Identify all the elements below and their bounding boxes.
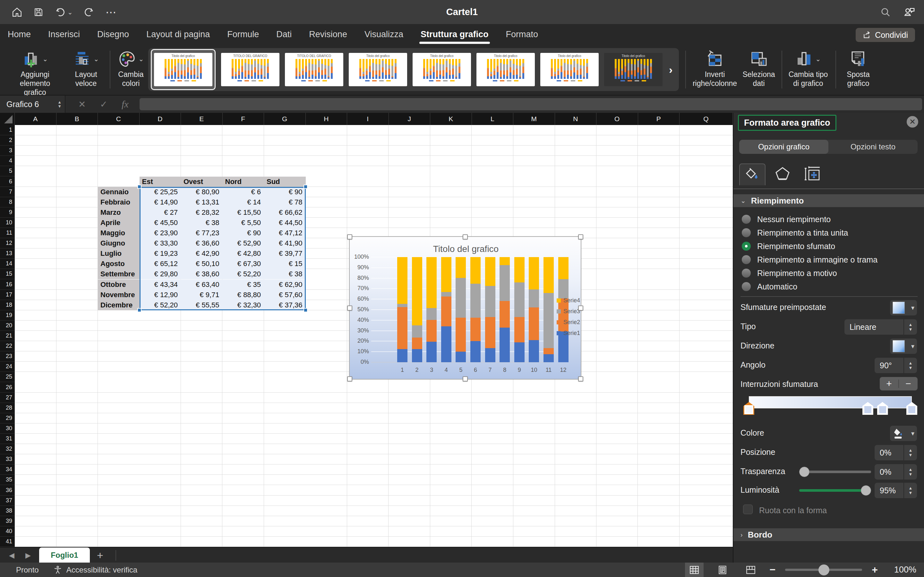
row-header-14[interactable]: 14 xyxy=(0,259,15,269)
chart-bar[interactable] xyxy=(514,257,525,362)
row-header-25[interactable]: 25 xyxy=(0,372,15,382)
color-dropdown[interactable]: ▾ xyxy=(890,426,917,441)
fill-line-tab[interactable] xyxy=(739,163,766,185)
chart-bar[interactable] xyxy=(412,257,422,362)
row-header-36[interactable]: 36 xyxy=(0,485,15,496)
fill-option-3[interactable]: Riempimento sfumato xyxy=(742,240,835,253)
chart-style-thumbnail-6[interactable]: Titolo del grafico xyxy=(477,53,535,86)
select-data-button[interactable]: Selezionadati xyxy=(741,50,776,88)
value-cell[interactable]: € 6 xyxy=(223,187,264,197)
value-cell[interactable]: € 5,50 xyxy=(223,218,264,228)
zoom-slider[interactable] xyxy=(785,569,862,571)
border-section-header[interactable]: › Bordo xyxy=(733,528,924,541)
selection-handle[interactable] xyxy=(304,308,308,312)
column-header-M[interactable]: M xyxy=(513,113,555,125)
row-header-5[interactable]: 5 xyxy=(0,166,15,176)
prev-sheet-icon[interactable]: ◀ xyxy=(9,551,15,560)
value-cell[interactable]: € 78 xyxy=(264,197,306,207)
chart[interactable]: Titolo del grafico 0%10%20%30%40%50%60%7… xyxy=(349,236,582,380)
brightness-slider-thumb[interactable] xyxy=(861,485,871,496)
radio-button[interactable] xyxy=(742,242,751,251)
month-cell-settembre[interactable]: Settembre xyxy=(98,269,140,279)
month-cell-novembre[interactable]: Novembre xyxy=(98,290,140,300)
value-cell[interactable]: € 41,90 xyxy=(264,238,306,248)
chart-bar[interactable] xyxy=(456,257,466,362)
value-cell[interactable]: € 43,34 xyxy=(140,279,181,290)
chart-bar[interactable] xyxy=(499,257,510,362)
month-cell-febbraio[interactable]: Febbraio xyxy=(98,197,140,207)
value-cell[interactable]: € 28,32 xyxy=(181,207,223,218)
value-cell[interactable]: € 15 xyxy=(264,259,306,269)
row-header-11[interactable]: 11 xyxy=(0,228,15,238)
column-header-E[interactable]: E xyxy=(181,113,223,125)
chart-resize-handle[interactable] xyxy=(578,306,583,311)
chart-style-thumbnail-1[interactable]: Titolo del grafico xyxy=(154,53,212,86)
value-cell[interactable]: € 90 xyxy=(264,187,306,197)
value-cell[interactable]: € 14,90 xyxy=(140,197,181,207)
tab-text-options[interactable]: Opzioni testo xyxy=(829,140,918,154)
search-icon[interactable] xyxy=(880,6,891,18)
menu-tab-formato[interactable]: Formato xyxy=(505,28,539,41)
value-cell[interactable]: € 80,90 xyxy=(181,187,223,197)
month-cell-gennaio[interactable]: Gennaio xyxy=(98,187,140,197)
column-header-D[interactable]: D xyxy=(140,113,181,125)
row-header-9[interactable]: 9 xyxy=(0,207,15,218)
selection-handle[interactable] xyxy=(137,185,142,189)
row-header-38[interactable]: 38 xyxy=(0,506,15,516)
menu-tab-home[interactable]: Home xyxy=(7,28,31,41)
value-cell[interactable]: € 55,55 xyxy=(181,300,223,310)
close-icon[interactable]: ✕ xyxy=(907,116,918,127)
row-header-28[interactable]: 28 xyxy=(0,403,15,413)
row-header-19[interactable]: 19 xyxy=(0,310,15,321)
transparency-stepper[interactable]: 0% ▲▼ xyxy=(875,464,917,480)
legend-item-serie2[interactable]: Serie2 xyxy=(557,319,580,326)
menu-tab-revisione[interactable]: Revisione xyxy=(309,28,348,41)
value-cell[interactable]: € 36,60 xyxy=(181,238,223,248)
row-header-41[interactable]: 41 xyxy=(0,537,15,547)
column-header-B[interactable]: B xyxy=(57,113,98,125)
column-header-I[interactable]: I xyxy=(347,113,389,125)
menu-tab-disegno[interactable]: Disegno xyxy=(97,28,129,41)
column-header-N[interactable]: N xyxy=(555,113,597,125)
chart-style-thumbnail-8[interactable]: Titolo del grafico xyxy=(604,53,662,86)
column-header-H[interactable]: H xyxy=(306,113,347,125)
row-header-37[interactable]: 37 xyxy=(0,496,15,506)
type-stepper[interactable]: ▲▼ xyxy=(903,319,917,335)
column-header-K[interactable]: K xyxy=(430,113,472,125)
chart-bar[interactable] xyxy=(470,257,481,362)
row-header-12[interactable]: 12 xyxy=(0,238,15,248)
month-cell-ottobre[interactable]: Ottobre xyxy=(98,279,140,290)
name-box-stepper[interactable]: ▲▼ xyxy=(57,101,61,108)
month-cell-aprile[interactable]: Aprile xyxy=(98,218,140,228)
row-header-33[interactable]: 33 xyxy=(0,454,15,464)
add-chart-element-button[interactable]: ⌄ Aggiungielemento grafico xyxy=(8,50,62,97)
radio-button[interactable] xyxy=(742,228,751,237)
type-select[interactable]: Lineare ▲▼ xyxy=(845,319,917,335)
zoom-level[interactable]: 100% xyxy=(887,565,916,575)
chart-style-thumbnail-7[interactable]: Titolo del grafico xyxy=(540,53,599,86)
row-header-29[interactable]: 29 xyxy=(0,413,15,424)
menu-tab-struttura-grafico[interactable]: Struttura grafico xyxy=(420,28,489,41)
header-cell-sud[interactable]: Sud xyxy=(264,177,306,187)
row-header-24[interactable]: 24 xyxy=(0,362,15,372)
row-header-34[interactable]: 34 xyxy=(0,464,15,475)
column-header-L[interactable]: L xyxy=(472,113,514,125)
value-cell[interactable]: € 12,90 xyxy=(140,290,181,300)
row-header-10[interactable]: 10 xyxy=(0,218,15,228)
header-cell-nord[interactable]: Nord xyxy=(223,177,264,187)
share-button[interactable]: Condividi xyxy=(856,28,915,42)
value-cell[interactable]: € 39,77 xyxy=(264,248,306,259)
month-cell-luglio[interactable]: Luglio xyxy=(98,248,140,259)
column-header-P[interactable]: P xyxy=(638,113,680,125)
legend-item-serie4[interactable]: Serie4 xyxy=(557,297,580,304)
transparency-slider-thumb[interactable] xyxy=(799,467,809,477)
row-header-3[interactable]: 3 xyxy=(0,145,15,156)
value-cell[interactable]: € 38,60 xyxy=(181,269,223,279)
row-header-16[interactable]: 16 xyxy=(0,279,15,290)
value-cell[interactable]: € 14 xyxy=(223,197,264,207)
row-header-26[interactable]: 26 xyxy=(0,382,15,393)
month-cell-dicembre[interactable]: Dicembre xyxy=(98,300,140,310)
fill-option-6[interactable]: Automatico xyxy=(742,280,797,293)
column-header-A[interactable]: A xyxy=(15,113,57,125)
value-cell[interactable]: € 66,62 xyxy=(264,207,306,218)
